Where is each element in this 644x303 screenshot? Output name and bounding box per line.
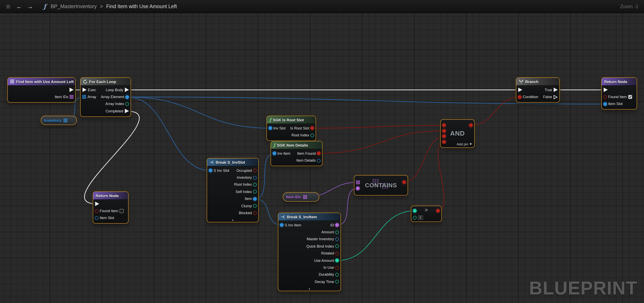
pin-execin[interactable] — [518, 88, 522, 92]
collapse-arrow-icon[interactable]: ▲ — [207, 218, 258, 221]
pin-label: Item Slot — [608, 102, 623, 106]
pin-item[interactable] — [253, 197, 257, 201]
pin-blocked[interactable] — [253, 211, 257, 215]
pin-invslot[interactable] — [268, 126, 272, 130]
pin-out[interactable] — [303, 195, 307, 199]
node-title: Return Node — [604, 79, 627, 84]
pin-array[interactable] — [356, 180, 360, 184]
pin-occupied[interactable] — [253, 169, 257, 172]
breadcrumb-blueprint-name[interactable]: BP_MasterInventory — [51, 4, 97, 9]
node-breakslot[interactable]: Break S_InvSlotS Inv SlotOccupiedInvento… — [207, 158, 259, 222]
pin-rootindex[interactable] — [253, 183, 257, 186]
bool-default-checkbox[interactable] — [120, 209, 124, 213]
pin-execin[interactable] — [82, 88, 87, 92]
pin-masterinv[interactable] — [335, 237, 339, 241]
pin-execin[interactable] — [95, 202, 99, 206]
breadcrumb-current-graph[interactable]: Find Item with Use Amount Left — [106, 4, 177, 9]
pin-durability[interactable] — [335, 273, 339, 276]
node-header: ƒSGK Is Root Slot — [267, 116, 316, 124]
pin-label: Completed — [106, 109, 123, 113]
node-return1[interactable]: Return NodeFound ItemItem Slot — [93, 191, 128, 224]
pin-sinvslot[interactable] — [209, 169, 212, 172]
pin-label: Self Index — [236, 190, 252, 194]
node-contains[interactable]: CONTAINS — [354, 175, 408, 195]
pin-b[interactable] — [413, 216, 416, 219]
nav-forward-button[interactable]: → — [27, 3, 33, 9]
nav-back-button[interactable]: ← — [16, 3, 22, 9]
pin-quickbind[interactable] — [335, 244, 339, 248]
bool-default-checkbox[interactable] — [628, 95, 632, 99]
node-isroot[interactable]: ƒSGK Is Root SlotInv SlotIs Root SlotRoo… — [266, 116, 316, 141]
pin-default-value[interactable]: 0 — [418, 215, 423, 220]
add-pin-label: Add pin — [457, 142, 468, 146]
pin-itemslot[interactable] — [95, 216, 98, 220]
pin-label: S Inv Slot — [214, 168, 229, 172]
pin-elem[interactable] — [125, 95, 129, 99]
node-header: Break S_InvSlot — [207, 158, 258, 166]
pin-idout[interactable] — [335, 223, 339, 227]
pin-label: Quick Bind Index — [306, 244, 334, 248]
favorite-star-icon[interactable]: ☆ — [5, 3, 12, 9]
pin-label: Amount — [322, 230, 334, 234]
pin-in4[interactable] — [442, 140, 446, 144]
add-pin-button[interactable]: Add pin+ — [457, 142, 472, 146]
pin-in2[interactable] — [442, 129, 446, 133]
pin-condition[interactable] — [518, 95, 522, 99]
pin-itemids[interactable] — [70, 95, 74, 99]
node-and[interactable]: ANDAdd pin+ — [440, 119, 475, 148]
node-greater[interactable]: >0 — [411, 206, 442, 222]
pin-useamount[interactable] — [335, 259, 339, 262]
pin-item[interactable] — [356, 186, 360, 190]
node-header: For Each Loop — [80, 78, 130, 86]
pin-label: Root Index — [292, 133, 309, 137]
pin-a[interactable] — [413, 209, 416, 213]
pin-inventory[interactable] — [253, 176, 257, 179]
pin-loopbody[interactable] — [124, 88, 129, 92]
pin-invitem[interactable] — [272, 152, 276, 155]
pin-itemfound[interactable] — [317, 152, 320, 155]
pin-in3[interactable] — [442, 135, 446, 138]
pin-rotated[interactable] — [335, 252, 339, 255]
pin-index[interactable] — [125, 102, 129, 106]
pin-exec[interactable] — [69, 88, 74, 92]
node-invpill[interactable]: Inventory — [41, 116, 77, 125]
node-details[interactable]: ƒSGK Item DetailsInv ItemItem FoundItem … — [270, 141, 322, 166]
node-foreach[interactable]: For Each LoopExecArrayLoop BodyArray Ele… — [80, 77, 131, 117]
pin-label: Occupied — [236, 168, 252, 172]
pin-itemdetails[interactable] — [317, 159, 320, 162]
pin-completed[interactable] — [124, 109, 129, 113]
pin-out[interactable] — [402, 180, 406, 184]
pin-decay[interactable] — [335, 280, 339, 284]
node-entry[interactable]: Find Item with Use Amount LeftItem IDs — [7, 77, 76, 103]
pin-true[interactable] — [553, 88, 558, 92]
pin-array[interactable] — [82, 95, 86, 99]
pin-out[interactable] — [436, 209, 440, 213]
pin-label: False — [543, 95, 552, 99]
pin-founditem[interactable] — [95, 209, 98, 213]
pin-false[interactable] — [553, 95, 558, 99]
pin-selfindex[interactable] — [253, 190, 257, 194]
pin-label: Inv Slot — [274, 126, 286, 130]
pin-execin[interactable] — [603, 88, 608, 92]
pin-sinvitem[interactable] — [280, 223, 284, 227]
pin-in1[interactable] — [442, 124, 446, 127]
pin-out[interactable] — [64, 118, 68, 122]
pin-founditem[interactable] — [603, 95, 607, 99]
array-watermark-icon — [354, 176, 408, 195]
node-breakitem[interactable]: Break S_InvItemS Inv ItemIDAmountMaster … — [278, 213, 341, 291]
pin-label: Rotated — [321, 251, 334, 255]
node-return2[interactable]: Return NodeFound ItemItem Slot — [601, 77, 637, 110]
pin-inuse[interactable] — [335, 266, 339, 269]
branch-icon — [519, 79, 524, 84]
pin-clump[interactable] — [253, 204, 257, 208]
pin-amount[interactable] — [335, 230, 339, 234]
node-header: Branch — [516, 78, 560, 86]
pin-itemslot[interactable] — [603, 102, 607, 106]
blueprint-graph-canvas[interactable]: Find Item with Use Amount LeftItem IDsFo… — [0, 0, 644, 303]
pin-out[interactable] — [469, 124, 473, 127]
pin-rootindex[interactable] — [310, 133, 314, 137]
collapse-arrow-icon[interactable]: ▲ — [278, 286, 340, 290]
node-idspill[interactable]: Item IDs — [283, 192, 319, 202]
node-branch[interactable]: BranchConditionTrueFalse — [516, 77, 560, 103]
pin-isrootslot[interactable] — [310, 126, 314, 130]
